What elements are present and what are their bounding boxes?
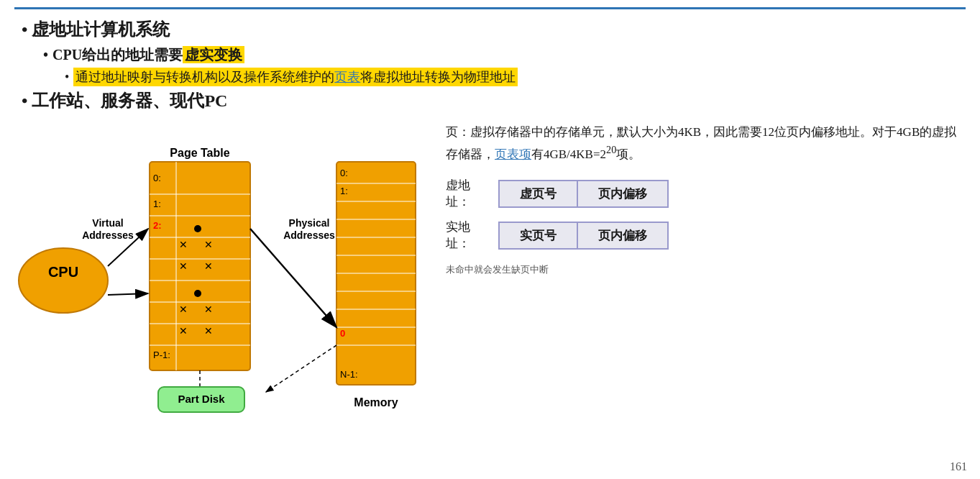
real-address-row: 实地址： 实页号 页内偏移 <box>446 219 966 252</box>
svg-point-0 <box>19 248 108 313</box>
svg-text:Memory: Memory <box>354 396 398 409</box>
virtual-page-number-cell: 虚页号 <box>500 181 578 206</box>
svg-line-49 <box>108 293 148 295</box>
svg-text:N-1:: N-1: <box>340 369 358 380</box>
svg-text:✕: ✕ <box>204 325 213 337</box>
svg-text:1:: 1: <box>153 199 161 209</box>
real-addr-label: 实地址： <box>446 219 493 252</box>
bullet-section: 虚地址计算机系统 CPU给出的地址需要虚实变换 通过地址映射与转换机构以及操作系… <box>14 18 966 112</box>
svg-text:0:: 0: <box>153 173 161 183</box>
page: 虚地址计算机系统 CPU给出的地址需要虚实变换 通过地址映射与转换机构以及操作系… <box>0 0 980 479</box>
svg-text:Addresses: Addresses <box>82 229 134 241</box>
svg-text:Virtual: Virtual <box>92 217 123 229</box>
virtual-addr-label: 虚地址： <box>446 177 493 210</box>
address-table: 虚地址： 虚页号 页内偏移 实地址： 实页号 页内偏移 <box>446 177 966 252</box>
real-address-cells: 实页号 页内偏移 <box>498 222 669 250</box>
real-page-offset-cell: 页内偏移 <box>578 223 667 248</box>
svg-text:✕: ✕ <box>179 325 188 337</box>
svg-text:✕: ✕ <box>179 239 188 250</box>
svg-text:2:: 2: <box>153 220 162 231</box>
bullet-l2-1: CPU给出的地址需要虚实变换 <box>43 45 966 65</box>
svg-point-25 <box>194 225 201 232</box>
svg-text:1:: 1: <box>340 186 348 196</box>
virtual-address-row: 虚地址： 虚页号 页内偏移 <box>446 177 966 210</box>
top-border-line <box>14 7 966 9</box>
svg-point-26 <box>194 290 201 297</box>
svg-text:✕: ✕ <box>204 304 213 315</box>
bullet-l3-1: 通过地址映射与转换机构以及操作系统维护的页表将虚拟地址转换为物理地址 <box>65 68 966 86</box>
highlight-virtual-real: 虚实变换 <box>183 46 244 63</box>
bullet-l1-2: 工作站、服务器、现代PC <box>22 89 966 112</box>
bullet-l1-1: 虚地址计算机系统 <box>22 18 966 41</box>
svg-text:Page Table: Page Table <box>170 147 229 159</box>
svg-text:0: 0 <box>340 328 345 339</box>
svg-text:CPU: CPU <box>48 264 78 280</box>
link-page-table: 页表 <box>334 70 360 84</box>
link-page-table-entry: 页表项 <box>495 147 531 161</box>
diagram-svg: CPU Page Table 0: 1: 2: <box>14 122 431 417</box>
page-number: 161 <box>950 460 967 473</box>
svg-text:✕: ✕ <box>204 239 213 250</box>
svg-rect-3 <box>150 162 250 370</box>
virtual-page-offset-cell: 页内偏移 <box>578 181 667 206</box>
svg-text:P-1:: P-1: <box>153 350 170 360</box>
svg-line-51 <box>266 345 336 392</box>
svg-text:✕: ✕ <box>179 304 188 315</box>
diagram-area: CPU Page Table 0: 1: 2: <box>14 122 431 417</box>
right-text: 页：虚拟存储器中的存储单元，默认大小为4KB，因此需要12位页内偏移地址。对于4… <box>446 122 966 276</box>
svg-text:Addresses: Addresses <box>283 229 335 241</box>
svg-text:Physical: Physical <box>289 217 330 229</box>
footnote: 未命中就会发生缺页中断 <box>446 263 966 276</box>
right-description: 页：虚拟存储器中的存储单元，默认大小为4KB，因此需要12位页内偏移地址。对于4… <box>446 122 966 164</box>
real-page-number-cell: 实页号 <box>500 223 578 248</box>
svg-text:✕: ✕ <box>204 260 213 272</box>
virtual-address-cells: 虚页号 页内偏移 <box>498 180 669 208</box>
svg-text:0:: 0: <box>340 168 348 178</box>
main-content: CPU Page Table 0: 1: 2: <box>14 122 966 417</box>
svg-line-48 <box>250 229 336 327</box>
svg-text:✕: ✕ <box>179 260 188 272</box>
svg-text:Part Disk: Part Disk <box>178 393 225 405</box>
